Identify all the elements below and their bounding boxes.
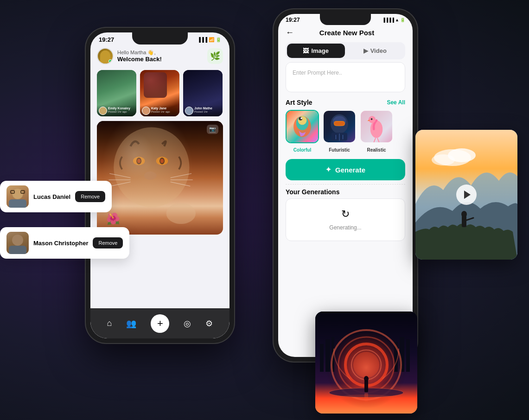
svg-rect-56	[364, 380, 368, 392]
bottom-nav: ⌂ 👥 + ◎ ⚙	[90, 308, 229, 338]
phone1-notch	[132, 32, 188, 45]
camera-icon[interactable]: 📷	[207, 125, 218, 134]
user-info: Hello Martha 👋, Welcome Back!	[97, 48, 162, 64]
see-all-button[interactable]: See All	[387, 99, 405, 106]
futuristic-thumb	[323, 110, 356, 143]
remove-mason-button[interactable]: Remove	[93, 237, 123, 248]
svg-point-37	[432, 154, 455, 165]
prompt-input-area[interactable]: Enter Prompt Here..	[286, 62, 405, 92]
svg-point-39	[461, 211, 467, 217]
phone2-device: 19:27 ▐▐▐▐ ▲ 🔋 ← Create New Post 🖼 Image	[274, 9, 417, 362]
video-tab-label: Video	[370, 47, 387, 54]
svg-point-57	[364, 376, 369, 382]
phone2-notch	[320, 14, 371, 25]
realistic-art	[361, 111, 392, 142]
play-triangle-icon	[464, 191, 471, 199]
search-icon[interactable]: ◎	[184, 318, 191, 329]
realistic-thumb	[360, 110, 393, 143]
lucas-name: Lucas Daniel	[33, 193, 70, 200]
flower-decoration: 🌺	[106, 212, 120, 225]
art-style-title: Art Style	[286, 99, 312, 106]
stories-row: Emily Konaley Posted 1hr ago Katy Jane P…	[90, 68, 229, 118]
colorful-label: Colorful	[293, 147, 311, 153]
story-user-2: Katy Jane Posted 1hr ago	[140, 105, 179, 116]
art-style-realistic[interactable]: Realistic	[360, 110, 393, 153]
play-button[interactable]	[456, 185, 477, 205]
generations-section: Your Generations ↻ Generating...	[278, 188, 413, 241]
svg-point-29	[370, 121, 382, 138]
generate-label: Generate	[335, 166, 365, 174]
art-style-header: Art Style See All	[278, 95, 413, 108]
futuristic-art	[324, 111, 355, 142]
story-user-1: Emily Konaley Posted 1hr ago	[97, 105, 136, 116]
remove-lucas-button[interactable]: Remove	[75, 191, 105, 202]
phone1-status-icons: ▐▐▐ 📶 🔋	[198, 37, 221, 42]
settings-icon[interactable]: ⚙	[205, 318, 213, 329]
phone2-status-icons: ▐▐▐▐ ▲ 🔋	[382, 18, 405, 22]
mason-name: Mason Christopher	[33, 240, 88, 247]
main-post-image: 📷 🌺	[97, 121, 223, 235]
image-tab-label: Image	[311, 47, 329, 54]
svg-rect-43	[325, 339, 330, 372]
tab-video[interactable]: ▶ Video	[346, 44, 404, 58]
generating-loader: ↻ Generating...	[286, 198, 405, 241]
phone2-nav: ← Create New Post	[278, 24, 413, 39]
futuristic-label: Futuristic	[329, 147, 350, 153]
phone2-time: 19:27	[286, 17, 300, 23]
greeting-welcome: Welcome Back!	[117, 56, 162, 63]
story-card-3[interactable]: John Mathe Posted 1hr	[183, 70, 223, 116]
loading-spinner: ↻	[295, 208, 395, 220]
image-tab-icon: 🖼	[303, 47, 309, 54]
mason-avatar	[6, 232, 29, 254]
greeting-text: Hello Martha 👋, Welcome Back!	[117, 50, 162, 63]
greeting-hello: Hello Martha 👋,	[117, 50, 162, 56]
art-styles-row: Colorful	[278, 108, 413, 155]
generating-text: Generating...	[329, 224, 361, 231]
colorful-art	[287, 111, 318, 142]
art-style-futuristic[interactable]: Futuristic	[323, 110, 356, 153]
story-card-1[interactable]: Emily Konaley Posted 1hr ago	[97, 70, 136, 116]
realistic-label: Realistic	[367, 147, 386, 153]
online-badge	[108, 59, 112, 63]
video-thumbnail[interactable]	[415, 130, 517, 260]
home-icon[interactable]: ⌂	[107, 318, 112, 328]
phone1-time: 19:27	[99, 36, 114, 43]
tab-image[interactable]: 🖼 Image	[287, 44, 345, 58]
people-icon[interactable]: 👥	[126, 318, 136, 329]
video-tab-icon: ▶	[363, 47, 368, 54]
lucas-avatar	[6, 185, 29, 208]
float-card-lucas: Lucas Daniel Remove	[0, 181, 112, 212]
story-user-3: John Mathe Posted 1hr	[183, 105, 223, 116]
art-style-colorful[interactable]: Colorful	[286, 110, 319, 153]
scifi-bg	[315, 312, 417, 414]
story-card-2[interactable]: Katy Jane Posted 1hr ago	[140, 70, 179, 116]
user-avatar	[97, 48, 114, 64]
leaf-icon: 🌿	[210, 51, 220, 61]
svg-point-52	[353, 352, 379, 378]
prompt-placeholder: Enter Prompt Here..	[293, 70, 342, 76]
svg-point-17	[298, 116, 307, 125]
generate-icon: ✦	[325, 165, 331, 174]
phone1-header: Hello Martha 👋, Welcome Back! 🌿	[90, 45, 229, 68]
colorful-thumb	[286, 110, 319, 143]
plus-icon: +	[157, 318, 163, 330]
screen-title: Create New Post	[298, 29, 396, 37]
generations-title: Your Generations	[286, 188, 405, 196]
float-card-mason: Mason Christopher Remove	[0, 227, 129, 259]
svg-rect-47	[406, 339, 410, 372]
svg-point-19	[300, 117, 302, 119]
generate-button[interactable]: ✦ Generate	[286, 159, 405, 180]
back-button[interactable]: ←	[286, 28, 294, 38]
add-post-button[interactable]: +	[151, 314, 169, 333]
tab-toggle: 🖼 Image ▶ Video	[286, 42, 405, 59]
svg-rect-58	[364, 393, 368, 401]
section-divider	[286, 184, 405, 185]
svg-rect-42	[320, 344, 324, 372]
svg-rect-22	[334, 121, 345, 126]
svg-point-31	[371, 118, 373, 120]
leaf-button[interactable]: 🌿	[207, 48, 223, 64]
scifi-image	[315, 312, 417, 414]
